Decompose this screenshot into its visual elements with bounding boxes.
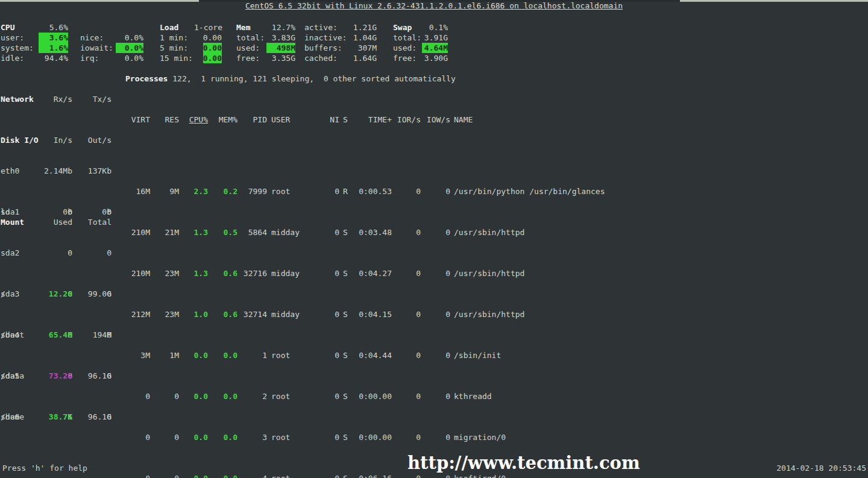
proc-virt: 212M [108, 309, 150, 319]
load-5min-value: 0.00 [194, 43, 222, 53]
cpu-total: 5.6% [39, 22, 68, 33]
help-text: Press 'h' for help [2, 463, 87, 473]
network-header: Network [1, 94, 38, 104]
proc-virt: 0 [108, 473, 150, 478]
mem-inactive-value: 1.04G [350, 33, 377, 43]
col-user: USER [267, 115, 329, 125]
mount-used-value: 12.2G [38, 289, 72, 299]
col-cpu-sorted: CPU% [179, 115, 208, 125]
proc-state: S [339, 350, 351, 360]
mount-used-value: 73.2G [38, 371, 72, 381]
processes-label: Processes [125, 74, 168, 83]
proc-mem: 0.0 [208, 432, 237, 442]
col-virt: VIRT [108, 115, 150, 125]
proc-user: root [267, 432, 329, 442]
col-ior: IOR/s [392, 115, 421, 125]
swap-summary: Swap 0.1% total: 3.91G used: 4.64M free:… [393, 22, 448, 63]
mount-used-value: 65.4M [38, 330, 72, 340]
cpu-nice-value: 0.0% [116, 33, 143, 43]
proc-pid: 3 [237, 432, 267, 442]
mount-used-value: 38.7G [38, 412, 72, 422]
process-row: 210M 21M 1.3 0.5 5864 midday 0 S 0:03.48… [108, 227, 868, 237]
col-pid: PID [237, 115, 267, 125]
proc-state: S [339, 227, 351, 237]
proc-res: 1M [150, 350, 179, 360]
proc-mem: 0.0 [208, 473, 237, 478]
proc-iow: 0 [421, 473, 450, 478]
proc-cpu: 1.0 [179, 309, 208, 319]
proc-state: S [339, 473, 351, 478]
proc-time: 0:06.16 [351, 473, 392, 478]
proc-name: /usr/sbin/httpd [450, 309, 868, 319]
mem-active-value: 1.21G [350, 22, 377, 33]
proc-cpu: 0.0 [179, 350, 208, 360]
cpu-summary: CPU 5.6% user: 3.6% nice: 0.0% system: 1… [1, 22, 143, 63]
proc-ior: 0 [392, 309, 421, 319]
col-mem: MEM% [208, 115, 237, 125]
proc-ior: 0 [392, 268, 421, 278]
proc-user: root [267, 391, 329, 401]
process-row: 0 0 0.0 0.0 4 root 0 S 0:06.16 0 0 ksoft… [108, 473, 868, 478]
proc-iow: 0 [421, 391, 450, 401]
proc-ni: 0 [329, 186, 339, 197]
mem-cached-value: 1.64G [350, 53, 377, 63]
col-s: S [339, 115, 351, 125]
mem-total-value: 3.83G [266, 33, 295, 43]
proc-virt: 0 [108, 432, 150, 442]
proc-mem: 0.5 [208, 227, 237, 237]
proc-ior: 0 [392, 350, 421, 360]
mount-used-header: Used [38, 217, 72, 227]
proc-pid: 1 [237, 350, 267, 360]
proc-pid: 32714 [237, 309, 267, 319]
proc-user: root [267, 350, 329, 360]
process-summary: Processes 122, 1 running, 121 sleeping, … [125, 74, 456, 84]
col-iow: IOW/s [421, 115, 450, 125]
mem-cached-label: cached: [304, 53, 350, 63]
proc-user: root [267, 473, 329, 478]
mem-inactive-label: inactive: [304, 33, 350, 43]
terminal-screen[interactable]: CentOS 6.5 32bit with Linux 2.6.32-431.1… [0, 0, 868, 478]
proc-virt: 210M [108, 227, 150, 237]
proc-cpu: 0.0 [179, 432, 208, 442]
proc-mem: 0.2 [208, 186, 237, 197]
proc-iow: 0 [421, 268, 450, 278]
proc-state: S [339, 391, 351, 401]
proc-res: 21M [150, 227, 179, 237]
proc-pid: 5864 [237, 227, 267, 237]
mount-row: /home 38.7G 96.1G [1, 412, 112, 422]
proc-res: 23M [150, 309, 179, 319]
load-1min-value: 0.00 [194, 33, 222, 43]
proc-pid: 32716 [237, 268, 267, 278]
proc-ior: 0 [392, 186, 421, 197]
cpu-irq-label: irq: [80, 53, 116, 63]
mem-buffers-label: buffers: [304, 43, 350, 53]
proc-user: midday [267, 309, 329, 319]
diskio-in-header: In/s [38, 135, 72, 145]
proc-time: 0:00.00 [351, 432, 392, 442]
proc-time: 0:04.15 [351, 309, 392, 319]
watermark: http://www.tecmint.com [407, 452, 640, 474]
proc-ni: 0 [329, 391, 339, 401]
proc-pid: 4 [237, 473, 267, 478]
col-time: TIME+ [351, 115, 392, 125]
mount-total-value: 96.1G [72, 371, 112, 381]
mem-pct: 12.7% [266, 22, 295, 33]
proc-virt: 16M [108, 186, 150, 197]
system-title: CentOS 6.5 32bit with Linux 2.6.32-431.1… [0, 1, 868, 11]
cpu-iowait-value: 0.0% [116, 43, 143, 53]
proc-virt: 0 [108, 391, 150, 401]
col-name: NAME [450, 115, 868, 125]
proc-mem: 0.0 [208, 350, 237, 360]
load-label: Load [160, 22, 194, 33]
mem-active-label: active: [304, 22, 350, 33]
mount-total-value: 96.1G [72, 412, 112, 422]
proc-res: 0 [150, 473, 179, 478]
swap-total-label: total: [393, 33, 422, 43]
proc-ior: 0 [392, 473, 421, 478]
processes-counts: 122, 1 running, 121 sleeping, 0 other so… [172, 74, 456, 83]
proc-name: /usr/sbin/httpd [450, 227, 868, 237]
proc-name: kthreadd [450, 391, 868, 401]
proc-res: 23M [150, 268, 179, 278]
proc-time: 0:04.44 [351, 350, 392, 360]
cpu-nice-label: nice: [80, 33, 116, 43]
